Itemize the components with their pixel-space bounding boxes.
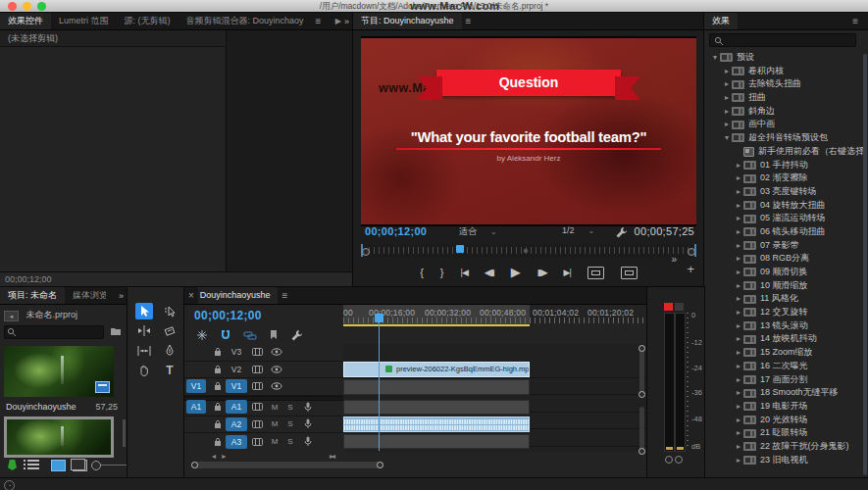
twirl-arrow-icon[interactable]: [734, 225, 743, 239]
effects-tree-item[interactable]: 19 电影开场: [704, 400, 863, 414]
freeform-view-icon[interactable]: [73, 460, 87, 471]
effects-tree-item[interactable]: 06 镜头移动扭曲: [704, 225, 863, 239]
mute-track-button[interactable]: M: [267, 419, 282, 428]
audio-track-header[interactable]: A3 M S: [184, 433, 343, 451]
toggle-track-output-eye-icon[interactable]: [267, 382, 286, 390]
panel-menu-icon[interactable]: ≡: [462, 16, 476, 26]
effects-tree-item[interactable]: 15 Zoom缩放: [704, 346, 863, 360]
add-marker-icon[interactable]: [269, 329, 279, 341]
track-select-forward-tool[interactable]: [161, 303, 179, 319]
twirl-arrow-icon[interactable]: [722, 91, 732, 105]
chevron-right-icon[interactable]: ▶: [335, 17, 341, 25]
program-scrubber[interactable]: [361, 244, 696, 258]
effects-tree-item[interactable]: 画中画: [704, 118, 863, 131]
razor-tool[interactable]: [161, 322, 179, 339]
scrubber-right-knob[interactable]: [688, 248, 695, 256]
track-lock-icon[interactable]: [210, 347, 226, 357]
timeline-playhead-handle[interactable]: [375, 314, 383, 322]
source-patch-badge[interactable]: [186, 363, 206, 376]
effects-tree-item[interactable]: 超全抖音转场预设包: [704, 131, 863, 145]
twirl-arrow-icon[interactable]: [734, 373, 743, 387]
timeline-timecode[interactable]: 00;00;12;00: [194, 309, 262, 322]
snap-magnet-icon[interactable]: [220, 329, 231, 341]
toggle-track-output-eye-icon[interactable]: [267, 348, 286, 356]
clip-a1[interactable]: [343, 400, 530, 416]
clip-a3[interactable]: [343, 434, 530, 450]
twirl-arrow-icon[interactable]: [734, 319, 743, 333]
voiceover-mic-icon[interactable]: [298, 418, 318, 429]
project-writable-icon[interactable]: [8, 460, 17, 470]
solo-track-button[interactable]: S: [282, 403, 298, 412]
effects-tree-item[interactable]: 扭曲: [704, 91, 863, 105]
track-lock-icon[interactable]: [210, 437, 226, 447]
twirl-arrow-icon[interactable]: [734, 199, 743, 213]
list-view-icon[interactable]: [27, 460, 39, 469]
effects-tree-item[interactable]: 03 亮度键转场: [704, 185, 863, 199]
track-target-badge[interactable]: A1: [226, 400, 247, 414]
effects-tree-item[interactable]: 07 录影带: [704, 239, 863, 253]
tab-effects[interactable]: 效果: [704, 13, 738, 29]
effects-tree-item[interactable]: 08 RGB分离: [704, 252, 863, 266]
lift-button[interactable]: [587, 267, 604, 279]
effects-tree-item[interactable]: 01 手持抖动: [704, 159, 863, 172]
effects-tree-item[interactable]: 04 旋转放大扭曲: [704, 199, 863, 213]
project-scrollbar[interactable]: [123, 419, 126, 447]
twirl-arrow-icon[interactable]: [710, 51, 720, 65]
track-target-badge[interactable]: A2: [226, 417, 247, 431]
sync-lock-icon[interactable]: [247, 348, 267, 356]
audio-track-header[interactable]: A2 M S: [184, 416, 343, 434]
solo-track-button[interactable]: S: [282, 419, 298, 428]
track-lock-icon[interactable]: [210, 402, 226, 412]
effects-search-input[interactable]: [709, 33, 856, 47]
track-target-badge[interactable]: V2: [226, 363, 247, 376]
ripple-edit-tool[interactable]: [135, 322, 153, 339]
voiceover-mic-icon[interactable]: [298, 402, 318, 413]
insert-nest-icon[interactable]: [196, 329, 208, 341]
clip-v1[interactable]: [343, 379, 530, 395]
effects-tree-item[interactable]: 23 旧电视机: [704, 454, 863, 467]
video-track-header[interactable]: V3: [184, 344, 343, 362]
twirl-arrow-icon[interactable]: [734, 292, 743, 306]
effects-tree-item[interactable]: 卷积内核: [704, 65, 863, 78]
mute-track-button[interactable]: M: [267, 403, 282, 412]
effects-tree-item[interactable]: 17 画面分割: [704, 373, 863, 387]
selection-tool[interactable]: [135, 303, 153, 319]
effects-tree-item[interactable]: 18 Smooth无缝平移: [704, 386, 863, 400]
panel-tab[interactable]: 效果控件: [0, 13, 51, 30]
linked-selection-icon[interactable]: [243, 330, 257, 341]
effects-tree-item[interactable]: 22 故障干扰(分身鬼影): [704, 440, 863, 454]
twirl-arrow-icon[interactable]: [734, 266, 743, 279]
effects-tree-item[interactable]: 02 渐变擦除: [704, 172, 863, 185]
audio-tracks-scrollbar[interactable]: [639, 407, 644, 454]
go-to-out-button[interactable]: ▶|: [564, 263, 571, 282]
twirl-arrow-icon[interactable]: [734, 400, 743, 414]
twirl-arrow-icon[interactable]: [734, 252, 743, 266]
zoom-level-select[interactable]: 适合⌄: [459, 225, 497, 238]
mute-track-button[interactable]: M: [267, 437, 282, 446]
go-to-in-button[interactable]: |◀: [461, 263, 468, 282]
video-clip[interactable]: preview-206022-KgsBqEmmEG-high.mp4 [V]: [343, 362, 530, 377]
effects-tree-item[interactable]: 21 眨眼转场: [704, 426, 863, 440]
effects-tree-item[interactable]: 05 湍流运动转场: [704, 212, 863, 225]
source-patch-badge[interactable]: [186, 345, 206, 359]
twirl-arrow-icon[interactable]: [734, 159, 743, 172]
panel-tab[interactable]: 音频剪辑混合器: Douyinchaoy: [179, 13, 312, 29]
panel-tab[interactable]: Lumetri 范围: [51, 13, 117, 29]
clip-indicator-left[interactable]: [664, 303, 673, 311]
slip-tool[interactable]: [135, 342, 153, 359]
current-timecode[interactable]: 00;00;12;00: [365, 225, 427, 237]
track-lock-icon[interactable]: [210, 365, 226, 374]
video-track-header[interactable]: V2: [184, 362, 343, 379]
effects-tree-item[interactable]: 去除镜头扭曲: [704, 77, 863, 91]
effects-tree-item[interactable]: 11 风格化: [704, 292, 863, 306]
effects-tree-item[interactable]: 斜角边: [704, 105, 863, 119]
clip-thumbnail-selected[interactable]: [4, 416, 114, 458]
twirl-arrow-icon[interactable]: [734, 212, 743, 225]
track-lock-icon[interactable]: [210, 419, 226, 429]
fit-sequence-icon[interactable]: ▸◂: [330, 452, 333, 461]
settings-wrench-icon[interactable]: [615, 226, 628, 239]
track-height-nav-icons[interactable]: ◂ ▸: [212, 452, 228, 461]
step-back-button[interactable]: ◀▮: [485, 263, 494, 282]
twirl-arrow-icon[interactable]: [734, 172, 743, 185]
meter-option-dot[interactable]: [675, 456, 683, 464]
